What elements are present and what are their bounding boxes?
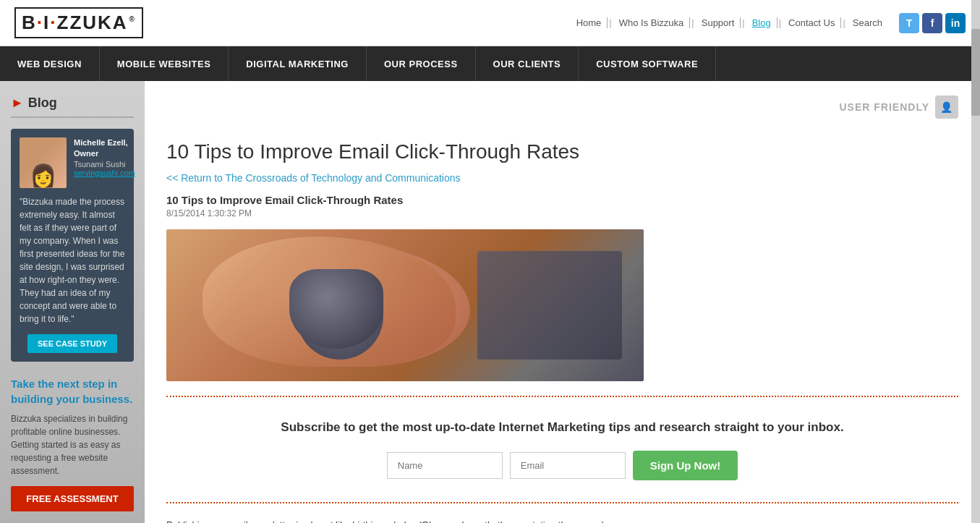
separator-top (166, 396, 958, 397)
return-link[interactable]: << Return to The Crossroads of Technolog… (166, 172, 958, 184)
logo-z1: Z (56, 12, 69, 33)
logo-i: I (43, 12, 50, 33)
subscribe-form: Sign Up Now! (166, 451, 958, 480)
nav-mobile[interactable]: MOBILE WEBSITES (100, 46, 229, 81)
twitter-icon[interactable]: T (899, 13, 919, 33)
blog-heading-label: Blog (28, 95, 57, 111)
free-assessment-button[interactable]: FREE ASSESSMENT (11, 486, 134, 511)
email-input[interactable] (510, 452, 626, 479)
logo: B·I·ZZUKA® (14, 7, 143, 38)
user-friendly-icon: 👤 (935, 95, 958, 119)
logo-u: U (82, 12, 98, 33)
page-header: B·I·ZZUKA® Home | Who Is Bizzuka | Suppo… (0, 0, 980, 46)
blog-heading: ► Blog (11, 95, 134, 118)
nav-search[interactable]: Search (847, 17, 888, 28)
logo-z2: Z (69, 12, 82, 33)
testimonial-header: 👩 Michelle Ezell, Owner Tsunami Sushi se… (20, 137, 125, 188)
name-input[interactable] (387, 452, 503, 479)
linkedin-icon[interactable]: in (945, 13, 966, 33)
blog-arrow-icon: ► (11, 95, 24, 111)
testimonial-name: Michelle Ezell, Owner (74, 137, 135, 160)
mouse-image (289, 269, 383, 349)
nav-our-process[interactable]: OUR PROCESS (367, 46, 476, 81)
user-friendly-label: USER FRIENDLY (839, 101, 929, 113)
article-title: 10 Tips to Improve Email Click-Through R… (166, 119, 958, 163)
logo-k: K (98, 12, 113, 33)
testimonial-info: Michelle Ezell, Owner Tsunami Sushi serv… (74, 137, 135, 188)
article-date: 8/15/2014 1:30:32 PM (166, 208, 958, 218)
cta-section: Take the next step in building your busi… (11, 376, 134, 511)
logo-a: A (113, 12, 128, 33)
avatar-image: 👩 (20, 137, 67, 188)
subscribe-section: Subscribe to get the most up-to-date Int… (166, 412, 958, 488)
nav-digital-marketing[interactable]: DIGITAL MARKETING (229, 46, 367, 81)
nav-support[interactable]: Support (696, 17, 741, 28)
top-nav: Home | Who Is Bizzuka | Support | Blog |… (571, 13, 966, 33)
nav-home[interactable]: Home (571, 17, 608, 28)
testimonial-company: Tsunami Sushi (74, 160, 135, 169)
sidebar: ► Blog 👩 Michelle Ezell, Owner Tsunami S… (0, 81, 145, 523)
main-content: USER FRIENDLY 👤 10 Tips to Improve Email… (145, 81, 980, 523)
subscribe-title: Subscribe to get the most up-to-date Int… (166, 419, 958, 436)
keyboard-image (477, 251, 622, 360)
testimonial-link[interactable]: servingsushi.com (74, 169, 135, 177)
social-icons: T f in (899, 13, 966, 33)
see-case-study-button[interactable]: SEE CASE STUDY (27, 334, 117, 353)
avatar: 👩 (20, 137, 67, 188)
cta-heading: Take the next step in building your busi… (11, 376, 134, 407)
signup-button[interactable]: Sign Up Now! (633, 451, 738, 480)
logo-area: B·I·ZZUKA® (14, 7, 143, 38)
logo-i1: · (37, 12, 43, 33)
user-friendly-badge: USER FRIENDLY 👤 (839, 95, 958, 119)
page-wrapper: ► Blog 👩 Michelle Ezell, Owner Tsunami S… (0, 81, 980, 523)
nav-who[interactable]: Who Is Bizzuka (613, 17, 691, 28)
testimonial-card: 👩 Michelle Ezell, Owner Tsunami Sushi se… (11, 129, 134, 362)
nav-web-design[interactable]: WEB DESIGN (0, 46, 100, 81)
article-body-text: Publishing an email newsletter is almost… (166, 518, 958, 523)
nav-blog[interactable]: Blog (746, 17, 777, 28)
logo-b: B (22, 12, 37, 33)
facebook-icon[interactable]: f (922, 13, 942, 33)
nav-custom-software[interactable]: CUSTOM SOFTWARE (579, 46, 716, 81)
cta-text: Bizzuka specializes in building profitab… (11, 412, 134, 477)
scrollbar[interactable] (971, 0, 980, 523)
article-subtitle: 10 Tips to Improve Email Click-Through R… (166, 194, 958, 206)
logo-registered: ® (129, 15, 136, 23)
article-image (166, 229, 644, 381)
scroll-thumb[interactable] (971, 29, 980, 116)
main-navbar: WEB DESIGN MOBILE WEBSITES DIGITAL MARKE… (0, 46, 980, 81)
testimonial-quote: "Bizzuka made the process extremely easy… (20, 195, 125, 326)
separator-bottom (166, 502, 958, 503)
nav-contact[interactable]: Contact Us (783, 17, 841, 28)
nav-our-clients[interactable]: OUR CLIENTS (476, 46, 579, 81)
